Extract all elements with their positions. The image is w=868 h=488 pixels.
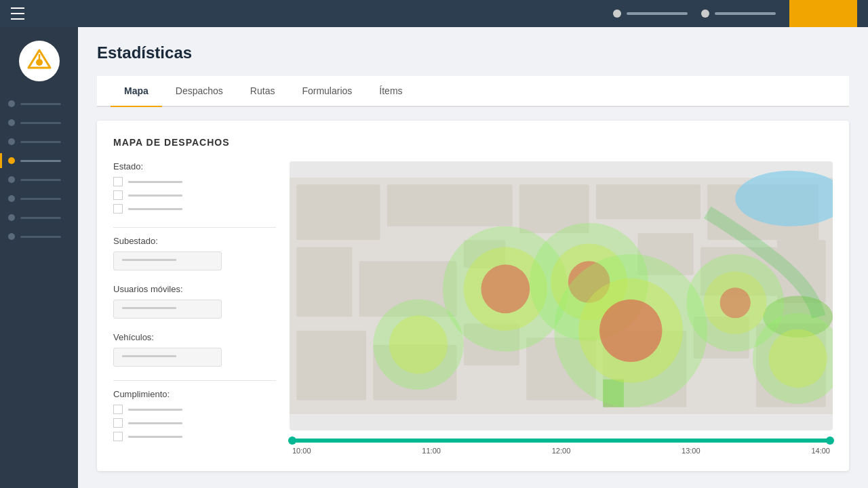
cb-line-5: [128, 422, 182, 424]
hamburger-menu[interactable]: [11, 5, 24, 22]
vehiculos-input[interactable]: [113, 348, 222, 367]
sidebar-line-4: [20, 160, 61, 162]
subestado-section: Subestado:: [113, 236, 276, 270]
map-container[interactable]: [290, 161, 833, 430]
map-layout: Estado:: [113, 161, 833, 455]
slider-dot-2: [701, 9, 709, 18]
usuarios-input[interactable]: [113, 300, 222, 319]
card-title: MAPA DE DESPACHOS: [113, 137, 833, 148]
orange-button[interactable]: [789, 0, 857, 27]
sidebar-dot-4: [8, 157, 15, 164]
vehiculos-label: Vehículos:: [113, 332, 276, 342]
svg-rect-16: [296, 331, 366, 401]
svg-rect-6: [387, 184, 513, 226]
cb-line-6: [128, 436, 182, 438]
sidebar-item-3[interactable]: [0, 134, 78, 149]
slider-group-2: [701, 9, 776, 18]
divider-2: [113, 380, 276, 381]
usuarios-label: Usuarios móviles:: [113, 284, 276, 294]
cumplimiento-section: Cumplimiento:: [113, 389, 276, 441]
svg-rect-10: [296, 247, 352, 317]
sidebar-dot-6: [8, 195, 15, 202]
svg-point-41: [389, 315, 448, 373]
estado-check-1: [113, 177, 276, 186]
map-visualization: [290, 161, 833, 430]
subestado-input[interactable]: [113, 251, 222, 270]
checkbox-6[interactable]: [113, 432, 123, 441]
usuarios-input-wrap: [113, 300, 276, 319]
map-area: 10:00 11:00 12:00 13:00 14:00: [290, 161, 833, 455]
cumplimiento-check-1: [113, 405, 276, 414]
sidebar-dot-2: [8, 119, 15, 126]
sidebar-line-1: [20, 103, 61, 105]
svg-point-1: [36, 59, 43, 66]
svg-point-39: [769, 329, 827, 388]
sidebar-item-7[interactable]: [0, 210, 78, 225]
logo-icon: [26, 47, 53, 75]
timeline-label-0: 10:00: [292, 447, 311, 455]
slider-track-2[interactable]: [715, 12, 776, 15]
sidebar-dot-7: [8, 214, 15, 221]
timeline-track[interactable]: [292, 439, 830, 443]
tab-items[interactable]: Ítems: [366, 76, 416, 107]
checkbox-4[interactable]: [113, 405, 123, 414]
estado-check-3: [113, 204, 276, 214]
sidebar-item-1[interactable]: [0, 96, 78, 111]
sidebar-dot-3: [8, 138, 15, 145]
sidebar-item-5[interactable]: [0, 172, 78, 187]
timeline-label-3: 13:00: [682, 447, 701, 455]
sidebar-item-6[interactable]: [0, 191, 78, 206]
checkbox-5[interactable]: [113, 418, 123, 428]
topbar-controls: [613, 0, 857, 27]
slider-group-1: [613, 9, 688, 18]
sidebar-line-3: [20, 141, 61, 143]
sidebar: [0, 27, 78, 488]
sidebar-dot-8: [8, 233, 15, 240]
vehiculos-section: Vehículos:: [113, 332, 276, 367]
timeline-labels: 10:00 11:00 12:00 13:00 14:00: [292, 447, 830, 455]
svg-point-34: [599, 300, 662, 362]
sidebar-item-4[interactable]: [0, 153, 78, 168]
slider-dot-1: [613, 9, 621, 18]
sidebar-dot-1: [8, 100, 15, 107]
estado-check-2: [113, 190, 276, 200]
svg-rect-8: [596, 184, 701, 219]
timeline[interactable]: 10:00 11:00 12:00 13:00 14:00: [290, 439, 833, 455]
vehiculos-input-wrap: [113, 348, 276, 367]
sidebar-item-8[interactable]: [0, 229, 78, 244]
svg-rect-5: [296, 184, 380, 240]
tab-mapa[interactable]: Mapa: [111, 76, 162, 107]
checkbox-3[interactable]: [113, 204, 123, 214]
cumplimiento-check-2: [113, 418, 276, 428]
cb-line-1: [128, 181, 182, 183]
cb-line-3: [128, 208, 182, 210]
cb-line-2: [128, 195, 182, 197]
timeline-handle-left[interactable]: [288, 436, 296, 445]
cumplimiento-check-3: [113, 432, 276, 441]
sidebar-line-2: [20, 122, 61, 124]
divider-1: [113, 227, 276, 228]
sidebar-dot-5: [8, 176, 15, 183]
tab-despachos[interactable]: Despachos: [162, 76, 237, 107]
subestado-input-wrap: [113, 251, 276, 270]
topbar: [0, 0, 868, 27]
checkbox-2[interactable]: [113, 190, 123, 200]
timeline-label-2: 12:00: [552, 447, 571, 455]
filters-panel: Estado:: [113, 161, 276, 455]
tab-rutas[interactable]: Rutas: [237, 76, 289, 107]
timeline-handle-right[interactable]: [826, 436, 834, 445]
timeline-label-4: 14:00: [811, 447, 830, 455]
subestado-label: Subestado:: [113, 236, 276, 246]
tab-formularios[interactable]: Formularios: [288, 76, 366, 107]
cb-line-4: [128, 409, 182, 411]
map-card: MAPA DE DESPACHOS Estado:: [97, 121, 849, 471]
sidebar-line-6: [20, 198, 61, 200]
sidebar-line-5: [20, 179, 61, 181]
slider-track-1[interactable]: [627, 12, 688, 15]
sidebar-item-2[interactable]: [0, 115, 78, 130]
svg-point-28: [481, 264, 530, 313]
sidebar-line-7: [20, 217, 61, 219]
timeline-label-1: 11:00: [422, 447, 441, 455]
sidebar-logo: [19, 41, 60, 81]
checkbox-1[interactable]: [113, 177, 123, 186]
